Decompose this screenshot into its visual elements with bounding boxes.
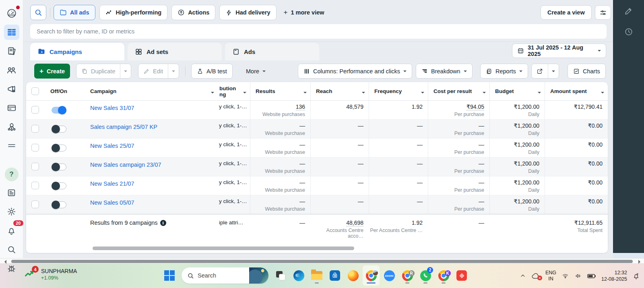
search-tools-button[interactable] xyxy=(4,242,19,257)
chrome-profile-1-app[interactable] xyxy=(365,267,377,284)
header-attribution-setting[interactable]: butionng xyxy=(218,82,250,100)
tab-campaigns[interactable]: Campaigns xyxy=(30,43,124,60)
page-scrollbar-thumb[interactable] xyxy=(11,260,633,263)
dev-tool-app[interactable] xyxy=(456,267,468,284)
campaign-name-link[interactable]: New Sales 21/07 xyxy=(85,180,134,187)
duplicate-button[interactable]: Duplicate xyxy=(76,64,120,78)
tray-chevron-up[interactable] xyxy=(520,273,526,279)
edit-panel-button[interactable] xyxy=(623,5,635,17)
export-button[interactable] xyxy=(532,64,548,78)
row-checkbox[interactable] xyxy=(31,201,39,208)
select-all-checkbox[interactable] xyxy=(31,87,39,95)
create-button[interactable]: + Create xyxy=(34,64,70,79)
chrome-profile-r-app[interactable]: R xyxy=(401,267,413,284)
task-view-icon xyxy=(275,270,286,281)
sidebar-all-tools-button[interactable] xyxy=(4,138,19,153)
filter-search-input[interactable] xyxy=(30,24,607,39)
view-tab-high-performing[interactable]: High-performing xyxy=(99,5,168,20)
campaign-toggle[interactable] xyxy=(52,182,66,189)
table-scrollbar-thumb[interactable] xyxy=(93,247,354,250)
view-tab-all-ads[interactable]: All ads xyxy=(54,5,95,20)
scroll-right-arrow[interactable] xyxy=(638,260,642,264)
campaign-name-link[interactable]: New Sales 25/07 xyxy=(85,143,134,149)
sidebar-ads-reporting-button[interactable] xyxy=(4,44,19,59)
taskbar-search[interactable]: Search xyxy=(182,267,268,284)
settings-button[interactable] xyxy=(4,204,19,219)
header-results[interactable]: Results xyxy=(250,82,310,100)
sidebar-billing-button[interactable] xyxy=(4,100,19,116)
battery-status[interactable] xyxy=(587,273,596,279)
export-dropdown[interactable] xyxy=(548,64,559,78)
columns-button[interactable]: Columns: Performance and clicks xyxy=(298,64,412,79)
ab-test-button[interactable]: A/B test xyxy=(191,64,233,79)
charts-button[interactable]: Charts xyxy=(568,64,606,79)
notification-center-button[interactable] xyxy=(632,272,640,280)
campaign-name-link[interactable]: New Sales campaign 23/07 xyxy=(85,162,161,168)
people-icon xyxy=(6,65,17,76)
sidebar-campaigns-button[interactable] xyxy=(4,25,19,40)
campaign-toggle[interactable] xyxy=(52,126,66,133)
chevron-down-icon xyxy=(262,70,266,74)
volume-status[interactable] xyxy=(574,273,582,279)
campaign-toggle[interactable] xyxy=(52,145,66,151)
sidebar-audiences-button[interactable] xyxy=(4,62,19,78)
campaign-toggle[interactable] xyxy=(52,164,66,170)
firefox-app[interactable] xyxy=(347,267,359,284)
view-tab-actions[interactable]: Actions xyxy=(171,5,215,20)
view-tab-had-delivery[interactable]: Had delivery xyxy=(219,5,276,20)
info-icon[interactable]: i xyxy=(160,220,166,226)
reports-button[interactable]: Reports xyxy=(480,64,528,79)
duplicate-dropdown[interactable] xyxy=(120,64,131,78)
task-view-button[interactable] xyxy=(275,267,287,284)
start-button[interactable] xyxy=(163,267,175,284)
views-search-button[interactable] xyxy=(30,5,46,20)
campaign-name-link[interactable]: Sales campaign 25/07 KP xyxy=(85,124,157,130)
microsoft-store-app[interactable] xyxy=(329,267,341,284)
view-settings-button[interactable] xyxy=(595,5,611,20)
sidebar-events-manager-button[interactable] xyxy=(4,119,19,135)
tab-ads[interactable]: Ads xyxy=(225,43,319,60)
header-budget[interactable]: Budget xyxy=(489,82,545,100)
date-range-picker[interactable]: 31 Jul 2025 - 12 Aug 2025 xyxy=(512,44,606,58)
campaign-toggle[interactable] xyxy=(52,201,66,208)
header-amount-spent[interactable]: Amount spent xyxy=(545,82,608,100)
header-frequency[interactable]: Frequency xyxy=(369,82,428,100)
edit-dropdown[interactable] xyxy=(168,64,179,78)
row-checkbox[interactable] xyxy=(31,106,39,114)
row-checkbox[interactable] xyxy=(31,125,39,133)
tab-ad-sets[interactable]: Ad sets xyxy=(128,43,222,60)
one-more-view-button[interactable]: + 1 more view xyxy=(284,8,324,17)
updates-button[interactable] xyxy=(4,185,19,200)
breakdown-button[interactable]: Breakdown xyxy=(416,64,473,79)
row-checkbox[interactable] xyxy=(31,144,39,151)
campaign-name-link[interactable]: New Sales 05/07 xyxy=(85,199,134,206)
row-checkbox[interactable] xyxy=(31,182,39,189)
wifi-status[interactable] xyxy=(561,273,569,279)
taskbar-clock[interactable]: 12:32 12-08-2025 xyxy=(601,269,627,282)
history-panel-button[interactable] xyxy=(623,26,635,38)
campaign-toggle[interactable] xyxy=(52,107,66,114)
notifications-button[interactable]: 20 xyxy=(4,223,19,238)
header-cost-per-result[interactable]: Cost per result xyxy=(428,82,489,100)
zoom-app[interactable]: zoom xyxy=(383,267,395,284)
reach-cell: — xyxy=(310,195,369,214)
edit-button[interactable]: Edit xyxy=(138,64,168,78)
onedrive-status[interactable]: ✕ xyxy=(531,273,540,279)
sidebar-account-overview-button[interactable] xyxy=(4,6,19,21)
taskbar-stock-widget[interactable]: 4 SUNPHARMA +1.09% xyxy=(23,268,77,281)
sidebar-advertise-button[interactable] xyxy=(4,81,19,97)
report-bug-button[interactable] xyxy=(4,261,19,276)
edge-app[interactable] xyxy=(293,267,305,284)
campaign-name-link[interactable]: New Sales 31/07 xyxy=(85,105,134,111)
file-explorer-app[interactable] xyxy=(311,267,323,284)
budget-cell: ₹1,200.00Daily xyxy=(489,176,545,195)
row-checkbox[interactable] xyxy=(31,163,39,170)
help-button[interactable]: ? xyxy=(5,168,19,181)
whatsapp-app[interactable]: 2 xyxy=(419,267,431,284)
header-reach[interactable]: Reach xyxy=(310,82,369,100)
more-button[interactable]: More xyxy=(241,64,271,79)
header-campaign[interactable]: Campaign xyxy=(85,82,218,100)
chrome-profile-k-app[interactable]: K xyxy=(438,267,450,284)
create-view-button[interactable]: Create a view xyxy=(541,5,592,20)
language-indicator[interactable]: ENG IN xyxy=(545,270,556,282)
